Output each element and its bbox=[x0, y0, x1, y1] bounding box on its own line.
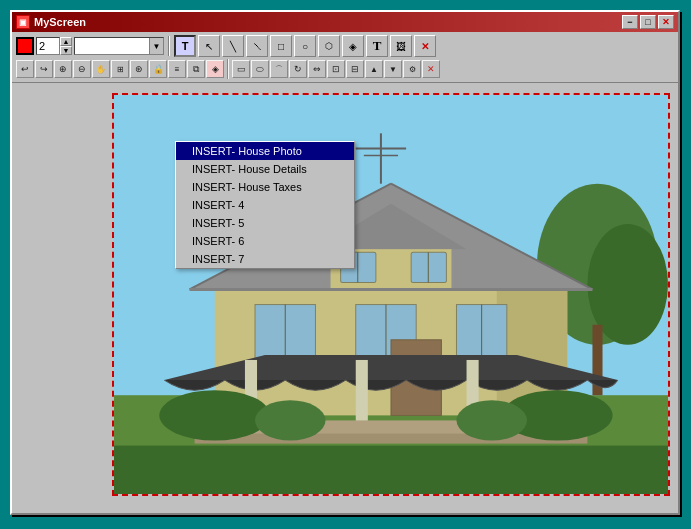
tool-grid[interactable]: ⊞ bbox=[111, 60, 129, 78]
flip-icon: ⇔ bbox=[313, 64, 321, 74]
menu-item-7[interactable]: INSERT- 7 bbox=[176, 250, 354, 268]
tool-undo[interactable]: ↩ bbox=[16, 60, 34, 78]
spinbox-container[interactable]: 2 ▲ ▼ bbox=[36, 37, 72, 55]
svg-rect-2 bbox=[114, 446, 668, 494]
rect2-icon: ▭ bbox=[237, 64, 246, 74]
menu-item-house-photo[interactable]: INSERT- House Photo bbox=[176, 142, 354, 160]
bezier-icon: ⌒ bbox=[275, 64, 283, 75]
bring-front-icon: ▲ bbox=[370, 65, 378, 74]
tool-ellipse[interactable]: ○ bbox=[294, 35, 316, 57]
minimize-button[interactable]: − bbox=[622, 15, 638, 29]
rect-icon: □ bbox=[278, 41, 284, 52]
maximize-button[interactable]: □ bbox=[640, 15, 656, 29]
line2-icon: ⟍ bbox=[251, 39, 264, 54]
tool-rotate[interactable]: ↻ bbox=[289, 60, 307, 78]
spinbox-down[interactable]: ▼ bbox=[60, 46, 72, 55]
menu-item-5[interactable]: INSERT- 5 bbox=[176, 214, 354, 232]
title-bar-controls: − □ ✕ bbox=[622, 15, 674, 29]
close-shape-icon: ✕ bbox=[421, 41, 429, 52]
lock-icon: 🔒 bbox=[153, 64, 164, 74]
redo-icon: ↪ bbox=[40, 64, 48, 74]
image-icon: 🖼 bbox=[396, 41, 406, 52]
arrow-icon: ↖ bbox=[205, 41, 213, 52]
pan-icon: ✋ bbox=[96, 65, 106, 74]
tool-bezier[interactable]: ⌒ bbox=[270, 60, 288, 78]
toolbar-area: 2 ▲ ▼ ▼ T ↖ ╲ ⟍ bbox=[12, 32, 678, 83]
svg-point-31 bbox=[159, 390, 270, 440]
menu-item-4[interactable]: INSERT- 4 bbox=[176, 196, 354, 214]
tool-rect[interactable]: □ bbox=[270, 35, 292, 57]
tool-magnet[interactable]: ⊛ bbox=[130, 60, 148, 78]
select-icon: T bbox=[182, 40, 189, 52]
toolbar-separator-1 bbox=[168, 36, 170, 56]
title-bar-left: ▣ MyScreen bbox=[16, 15, 86, 29]
svg-point-34 bbox=[456, 400, 527, 440]
tool-layers[interactable]: ⧉ bbox=[187, 60, 205, 78]
undo-icon: ↩ bbox=[21, 64, 29, 74]
tool-ungroup[interactable]: ⊟ bbox=[346, 60, 364, 78]
group-icon: ⊡ bbox=[332, 64, 340, 74]
align-icon: ≡ bbox=[175, 65, 180, 74]
text-t-icon: T bbox=[373, 38, 382, 54]
tool-zoom-in[interactable]: ⊕ bbox=[54, 60, 72, 78]
ellipse-icon: ○ bbox=[302, 41, 308, 52]
ungroup-icon: ⊟ bbox=[351, 64, 359, 74]
tool-rect2[interactable]: ▭ bbox=[232, 60, 250, 78]
color-swatch-red[interactable] bbox=[16, 37, 34, 55]
grid-icon: ⊞ bbox=[117, 65, 124, 74]
tool-line2[interactable]: ⟍ bbox=[246, 35, 268, 57]
context-menu[interactable]: INSERT- House Photo INSERT- House Detail… bbox=[175, 141, 355, 269]
tool-ellipse2[interactable]: ⬭ bbox=[251, 60, 269, 78]
tool-image[interactable]: 🖼 bbox=[390, 35, 412, 57]
tool-send-back[interactable]: ▼ bbox=[384, 60, 402, 78]
main-content: INSERT- House Photo INSERT- House Detail… bbox=[12, 83, 678, 504]
window-title: MyScreen bbox=[34, 16, 86, 28]
ellipse2-icon: ⬭ bbox=[256, 64, 264, 75]
zoom-out-icon: ⊖ bbox=[78, 64, 86, 74]
rotate-icon: ↻ bbox=[294, 64, 302, 74]
tool-poly[interactable]: ⬡ bbox=[318, 35, 340, 57]
tool-group[interactable]: ⊡ bbox=[327, 60, 345, 78]
tool-flip[interactable]: ⇔ bbox=[308, 60, 326, 78]
spinbox-arrows[interactable]: ▲ ▼ bbox=[60, 37, 72, 55]
menu-item-house-details[interactable]: INSERT- House Details bbox=[176, 160, 354, 178]
tool-align[interactable]: ≡ bbox=[168, 60, 186, 78]
tool-line[interactable]: ╲ bbox=[222, 35, 244, 57]
svg-rect-27 bbox=[356, 360, 368, 425]
tool-close-shape[interactable]: ✕ bbox=[414, 35, 436, 57]
tool-lock[interactable]: 🔒 bbox=[149, 60, 167, 78]
app-icon: ▣ bbox=[16, 15, 30, 29]
close-button[interactable]: ✕ bbox=[658, 15, 674, 29]
tool-fill[interactable]: ◈ bbox=[342, 35, 364, 57]
tool-select[interactable]: T bbox=[174, 35, 196, 57]
tool-redo[interactable]: ↪ bbox=[35, 60, 53, 78]
fill-icon: ◈ bbox=[349, 41, 357, 52]
delete-icon: ✕ bbox=[427, 64, 435, 74]
properties-icon: ⚙ bbox=[409, 65, 416, 74]
title-bar: ▣ MyScreen − □ ✕ bbox=[12, 12, 678, 32]
layers-icon: ⧉ bbox=[193, 64, 199, 75]
tool-pan[interactable]: ✋ bbox=[92, 60, 110, 78]
tool-text-t[interactable]: T bbox=[366, 35, 388, 57]
magnet-icon: ⊛ bbox=[135, 64, 143, 74]
tool-delete[interactable]: ✕ bbox=[422, 60, 440, 78]
line-icon: ╲ bbox=[230, 41, 236, 52]
font-dropdown-arrow[interactable]: ▼ bbox=[149, 38, 163, 54]
tool-select2[interactable]: ◈ bbox=[206, 60, 224, 78]
tool-zoom-out[interactable]: ⊖ bbox=[73, 60, 91, 78]
tool-properties[interactable]: ⚙ bbox=[403, 60, 421, 78]
menu-item-6[interactable]: INSERT- 6 bbox=[176, 232, 354, 250]
toolbar-row-1: 2 ▲ ▼ ▼ T ↖ ╲ ⟍ bbox=[14, 34, 676, 58]
poly-icon: ⬡ bbox=[325, 41, 333, 51]
app-window: ▣ MyScreen − □ ✕ 2 ▲ ▼ ▼ bbox=[10, 10, 680, 515]
select2-icon: ◈ bbox=[212, 64, 219, 74]
svg-point-33 bbox=[255, 400, 326, 440]
tool-arrow[interactable]: ↖ bbox=[198, 35, 220, 57]
toolbar-row-2: ↩ ↪ ⊕ ⊖ ✋ ⊞ ⊛ 🔒 ≡ bbox=[14, 58, 676, 80]
toolbar-separator-2 bbox=[227, 59, 229, 79]
spinbox-up[interactable]: ▲ bbox=[60, 37, 72, 46]
spinbox-value[interactable]: 2 bbox=[36, 37, 60, 55]
tool-bring-front[interactable]: ▲ bbox=[365, 60, 383, 78]
font-dropdown[interactable]: ▼ bbox=[74, 37, 164, 55]
menu-item-house-taxes[interactable]: INSERT- House Taxes bbox=[176, 178, 354, 196]
